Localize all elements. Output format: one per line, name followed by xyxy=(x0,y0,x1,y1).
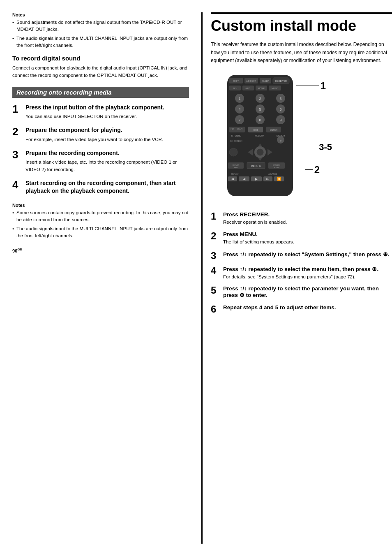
step-2: 2 Prepare the component for playing. For… xyxy=(12,126,189,143)
svg-text:⊙: ⊙ xyxy=(280,139,281,142)
svg-text:ADVANCE: ADVANCE xyxy=(268,173,277,175)
svg-text:ON SCREEN: ON SCREEN xyxy=(230,140,242,142)
page-number-block: 96GB xyxy=(12,248,189,253)
svg-text:8: 8 xyxy=(259,118,261,122)
callout-2: 2 xyxy=(305,164,320,176)
svg-text:5: 5 xyxy=(259,107,261,111)
notes-list: Sound adjustments do not affect the sign… xyxy=(12,19,189,49)
svg-text:REPLAY: REPLAY xyxy=(231,173,238,175)
notes-section: Notes Sound adjustments do not affect th… xyxy=(12,12,189,49)
right-step-6-num: 6 xyxy=(211,304,219,314)
bottom-notes-title: Notes xyxy=(12,203,189,208)
remote-svg: SHIFT A.DIRECT SLEEP RECEIVER 2CH A.F.D. xyxy=(219,73,301,200)
recording-header: Recording onto recording media xyxy=(12,87,189,98)
svg-text:0/10: 0/10 xyxy=(254,129,258,131)
svg-point-53 xyxy=(256,148,264,156)
right-step-4: 4 Press ↑/↓ repeatedly to select the men… xyxy=(211,266,392,281)
step-4: 4 Start recording on the recording compo… xyxy=(12,179,189,197)
svg-text:6: 6 xyxy=(279,107,281,111)
right-step-1-title: Press RECEIVER. xyxy=(223,211,287,218)
callout-3-5-num: 3-5 xyxy=(319,142,332,153)
right-step-2-body: The list of setting menus appears. xyxy=(223,239,294,246)
svg-text:TOOLS: TOOLS xyxy=(274,167,279,169)
step-1-num: 1 xyxy=(12,104,21,114)
step-1: 1 Press the input button of the playback… xyxy=(12,104,189,120)
svg-text:EXIT: EXIT xyxy=(234,167,238,169)
step-1-title: Press the input button of the playback c… xyxy=(25,104,164,112)
step-2-body: For example, insert the video tape you w… xyxy=(25,136,163,144)
step-3-num: 3 xyxy=(12,149,21,160)
right-step-1: 1 Press RECEIVER. Receiver operation is … xyxy=(211,211,392,226)
svg-text:2CH: 2CH xyxy=(233,87,237,90)
svg-text:MOVIE: MOVIE xyxy=(258,87,265,90)
callout-1-line xyxy=(296,86,319,86)
intro-text: This receiver features the custom instal… xyxy=(211,41,392,65)
svg-text:⏩: ⏩ xyxy=(277,177,281,181)
right-step-5: 5 Press ↑/↓ repeatedly to select the par… xyxy=(211,285,392,299)
svg-text:9: 9 xyxy=(279,118,281,122)
svg-text:A.DIRECT: A.DIRECT xyxy=(246,80,256,82)
right-step-2-title: Press MENU. xyxy=(223,231,294,237)
right-step-6: 6 Repeat steps 4 and 5 to adjust other i… xyxy=(211,304,392,314)
svg-point-54 xyxy=(229,148,238,156)
left-column: Notes Sound adjustments do not affect th… xyxy=(12,12,201,544)
page-super: GB xyxy=(17,248,22,251)
callout-2-line xyxy=(305,169,313,170)
svg-text:▶: ▶ xyxy=(255,177,258,181)
svg-text:OPTIONS: OPTIONS xyxy=(273,164,280,166)
right-step-2: 2 Press MENU. The list of setting menus … xyxy=(211,231,392,246)
page-number: 96 xyxy=(12,248,17,253)
step-2-title: Prepare the component for playing. xyxy=(25,126,163,134)
right-step-2-num: 2 xyxy=(211,231,219,241)
right-step-1-num: 1 xyxy=(211,211,219,221)
right-step-1-body: Receiver operation is enabled. xyxy=(223,219,287,226)
svg-text:MENU ⊕: MENU ⊕ xyxy=(251,165,261,167)
page: Notes Sound adjustments do not affect th… xyxy=(0,0,392,556)
svg-text:4: 4 xyxy=(238,107,240,111)
remote-diagram-container: SHIFT A.DIRECT SLEEP RECEIVER 2CH A.F.D. xyxy=(211,73,392,202)
remote-svg-wrapper: SHIFT A.DIRECT SLEEP RECEIVER 2CH A.F.D. xyxy=(219,73,301,202)
callout-1-num: 1 xyxy=(321,80,326,92)
right-step-3: 3 Press ↑/↓ repeatedly to select "System… xyxy=(211,251,392,261)
step-4-title: Start recording on the recording compone… xyxy=(25,179,189,195)
digital-sound-title: To record digital sound xyxy=(12,55,189,62)
callout-1: 1 xyxy=(296,80,326,92)
step-1-body: You can also use INPUT SELECTOR on the r… xyxy=(25,113,164,120)
right-step-5-num: 5 xyxy=(211,285,219,295)
callout-3-5-line xyxy=(303,147,317,147)
right-step-4-num: 4 xyxy=(211,266,219,276)
bottom-note-item: The audio signals input to the MULTI CHA… xyxy=(12,225,189,240)
notes-title: Notes xyxy=(12,12,189,17)
svg-text:3: 3 xyxy=(279,97,281,101)
svg-text:◀: ◀ xyxy=(243,177,246,181)
note-item: Sound adjustments do not affect the sign… xyxy=(12,19,189,33)
svg-text:7: 7 xyxy=(238,118,240,122)
svg-text:⏮: ⏮ xyxy=(231,177,234,181)
step-3: 3 Prepare the recording component. Inser… xyxy=(12,149,189,174)
svg-text:ENTER: ENTER xyxy=(270,129,278,131)
right-step-5-title: Press ↑/↓ repeatedly to select the param… xyxy=(223,285,392,298)
step-2-num: 2 xyxy=(12,126,21,137)
svg-text:MUSIC: MUSIC xyxy=(272,87,279,90)
svg-text:>10: >10 xyxy=(231,128,234,130)
note-item: The audio signals input to the MULTI CHA… xyxy=(12,35,189,49)
svg-text:D.TUNING: D.TUNING xyxy=(231,134,241,137)
right-step-3-title: Press ↑/↓ repeatedly to select "System S… xyxy=(223,251,389,257)
callout-2-num: 2 xyxy=(314,164,320,176)
right-step-3-num: 3 xyxy=(211,251,219,261)
right-step-4-body: For details, see "System Settings menu p… xyxy=(223,273,378,281)
bottom-note-item: Some sources contain copy guards to prev… xyxy=(12,209,189,224)
svg-text:SLEEP: SLEEP xyxy=(262,80,269,82)
callout-3-5: 3-5 xyxy=(303,142,332,153)
svg-text:RECEIVER: RECEIVER xyxy=(275,80,287,82)
right-step-6-title: Repeat steps 4 and 5 to adjust other ite… xyxy=(223,304,336,310)
svg-text:CLEAR: CLEAR xyxy=(237,128,244,130)
page-title: Custom install mode xyxy=(211,12,392,34)
svg-text:RETURN: RETURN xyxy=(233,164,240,166)
step-4-num: 4 xyxy=(12,179,21,190)
svg-text:MEMORY: MEMORY xyxy=(255,134,264,137)
right-step-4-title: Press ↑/↓ repeatedly to select the menu … xyxy=(223,266,378,272)
svg-text:2: 2 xyxy=(259,97,261,101)
right-column: Custom install mode This receiver featur… xyxy=(201,12,392,544)
step-3-body: Insert a blank video tape, etc. into the… xyxy=(25,159,189,174)
